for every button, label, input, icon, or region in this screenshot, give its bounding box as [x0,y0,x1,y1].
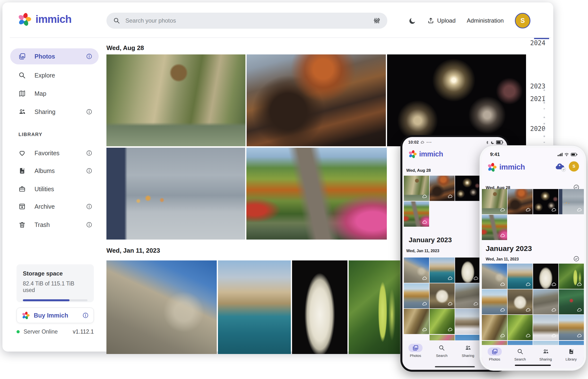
photo-white-stone-sculpture[interactable] [508,289,533,315]
storage-progress-fill [23,299,69,301]
photo-lizard-on-log[interactable] [404,309,429,334]
theme-toggle-button[interactable] [409,17,416,25]
sidebar-item-favorites[interactable]: Favorites [10,145,99,161]
photo-fireworks-night[interactable] [455,176,480,201]
month-header: January 2023 [486,244,532,253]
nav-item-sharing[interactable]: Sharing [461,344,475,358]
sidebar-item-utilities[interactable]: Utilities [10,181,99,197]
phone2-photo-grid [482,264,584,340]
app-logo[interactable]: immich [17,12,71,26]
sidebar-item-label: Map [34,90,47,97]
photo-lizard-on-moss[interactable] [429,309,455,334]
search-filter-button[interactable] [373,17,381,24]
nav-item-library[interactable]: Library [564,347,578,361]
photo-autumn-dinner-table[interactable] [247,54,386,146]
nav-item-sharing[interactable]: Sharing [539,347,553,361]
photo-lizard-on-log[interactable] [482,315,507,340]
nav-item-search[interactable]: Search [435,344,449,358]
photo-holding-hands-dusk[interactable] [559,189,584,214]
info-icon[interactable] [86,168,92,174]
photos-icon [492,348,498,355]
info-icon[interactable] [86,150,92,156]
photo-sea-grapes-leaves[interactable] [349,260,400,354]
photo-fortress-walls[interactable] [482,264,507,289]
photo-ruined-wall[interactable] [533,289,558,315]
sync-check-badge [561,167,566,172]
photo-marble-bust[interactable] [533,264,558,289]
photo-fortress-walls[interactable] [404,257,429,283]
timeline-year-current[interactable]: 2024 [530,39,545,47]
photo-snowy-village-church[interactable] [533,315,558,340]
user-avatar[interactable]: S [515,13,530,29]
info-icon[interactable] [82,312,89,318]
photo-beach-cliff[interactable] [559,315,584,340]
timeline-year[interactable]: 2020 [530,125,545,132]
buy-immich-button[interactable]: Buy Immich [16,308,94,323]
nav-item-photos[interactable]: Photos [488,347,502,361]
nav-label: Search [514,357,526,361]
battery-icon [571,153,578,156]
upload-button[interactable]: Upload [427,17,456,24]
photo-holding-hands-dusk[interactable] [106,148,245,239]
phone2-photo-grid [482,215,584,240]
photo-autumn-dinner-table[interactable] [429,176,455,201]
timeline-year[interactable]: 2023 [530,83,545,90]
photo-fireworks-night[interactable] [533,189,558,214]
sidebar-item-photos[interactable]: Photos [10,48,99,64]
nav-item-photos[interactable]: Photos [408,344,423,358]
photo-autumn-dinner-table[interactable] [508,189,533,214]
phone1-app-logo: immich [408,150,443,158]
photo-marble-bust[interactable] [292,260,348,354]
photo-lizard-on-moss[interactable] [508,315,533,340]
sidebar-item-trash[interactable]: Trash [10,217,99,233]
photo-sea-grapes-leaves[interactable] [559,264,584,289]
app-logo-wordmark: immich [419,150,443,158]
sidebar-item-explore[interactable]: Explore [10,67,99,83]
photo-white-stone-sculpture[interactable] [429,283,455,309]
phone2-app-logo: immich [487,162,525,172]
photo-autumn-garden-path[interactable] [404,201,429,227]
sidebar-item-sharing[interactable]: Sharing [10,104,99,120]
nav-item-search[interactable]: Search [513,347,527,361]
photo-monkeys-jungle[interactable] [106,54,245,146]
photo-beach-cliff[interactable] [404,283,429,309]
user-avatar[interactable]: S [569,161,579,172]
administration-button[interactable]: Administration [467,17,504,24]
photo-beach-cliff[interactable] [482,289,507,315]
photo-monkeys-jungle[interactable] [404,176,429,201]
photo-decorated-tree[interactable] [559,289,584,315]
photo-monkeys-jungle[interactable] [482,189,507,214]
home-indicator[interactable] [515,365,551,366]
info-icon[interactable] [86,203,92,210]
cloud-backup-icon [422,194,427,199]
phone1-clock: 10:02 [408,140,419,145]
photo-autumn-garden-path[interactable] [482,215,507,240]
search-input[interactable]: Search your photos [125,17,368,24]
date-group-header: Wed, Jan 11, 2023 [486,257,519,261]
cloud-backup-icon [473,276,479,281]
timeline-scrubber-indicator[interactable] [534,38,549,39]
cloud-backup-icon [500,333,505,338]
sidebar-item-map[interactable]: Map [10,85,99,102]
search-bar[interactable]: Search your photos [106,13,387,29]
info-icon[interactable] [86,221,92,228]
timeline-year[interactable]: 2021 [530,95,545,103]
photo-coastal-town-bay[interactable] [429,257,455,283]
home-indicator[interactable] [435,366,475,367]
nav-label: Sharing [462,353,474,358]
photo-ruined-wall[interactable] [455,283,480,309]
photo-snowy-village-church[interactable] [455,309,480,334]
photo-autumn-garden-path[interactable] [246,148,387,239]
trash-icon [18,221,26,228]
photo-coastal-town-bay[interactable] [218,260,291,354]
photo-fortress-walls[interactable] [106,260,217,354]
select-all-check-icon[interactable] [573,256,579,262]
photo-coastal-town-bay[interactable] [508,264,533,289]
photo-fireworks-night[interactable] [387,54,526,146]
backup-cloud-button[interactable]: ✦ [554,161,565,171]
info-icon[interactable] [86,53,92,60]
info-icon[interactable] [86,109,92,115]
photo-marble-bust[interactable] [455,257,480,283]
sidebar-item-albums[interactable]: Albums [10,163,99,179]
sidebar-item-archive[interactable]: Archive [10,199,99,215]
